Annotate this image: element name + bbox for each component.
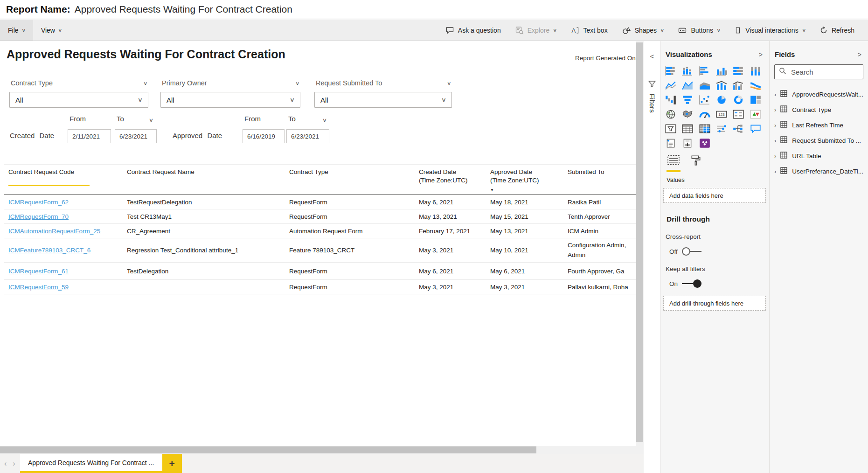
- expand-chevron-icon[interactable]: ›: [774, 122, 776, 129]
- kpi-icon[interactable]: [749, 109, 763, 119]
- slicer-dropdown[interactable]: All ∨: [160, 92, 300, 108]
- waterfall-chart-icon[interactable]: [664, 95, 678, 105]
- expand-chevron-icon[interactable]: ›: [774, 106, 776, 113]
- page-tab[interactable]: Approved Requests Waiting For Contract .…: [20, 454, 162, 473]
- filled-map-icon[interactable]: [681, 109, 694, 119]
- cross-report-toggle[interactable]: [682, 247, 701, 256]
- fields-bucket-tab[interactable]: [667, 154, 681, 172]
- qa-icon[interactable]: [749, 124, 763, 134]
- column-header[interactable]: Contract Request Name: [127, 165, 289, 195]
- column-header[interactable]: Contract Request Code: [8, 165, 127, 195]
- filter-funnel-icon[interactable]: [644, 80, 660, 88]
- slicer-icon[interactable]: [664, 124, 678, 134]
- created-from-input[interactable]: 2/11/2021: [68, 129, 111, 143]
- request-link[interactable]: ICMFeature789103_CRCT_6: [8, 247, 90, 254]
- stacked-area-chart-icon[interactable]: [698, 80, 712, 90]
- expand-chevron-icon[interactable]: ›: [774, 91, 776, 98]
- line-chart-icon[interactable]: [664, 80, 678, 90]
- scrollbar-thumb[interactable]: [636, 42, 643, 442]
- request-link[interactable]: ICMRequestForm_70: [8, 213, 69, 220]
- report-icon[interactable]: [681, 138, 694, 148]
- donut-chart-icon[interactable]: [731, 95, 745, 105]
- approved-to-label: To: [288, 115, 296, 123]
- ribbon-chart-icon[interactable]: [749, 80, 763, 90]
- expand-chevron-icon[interactable]: ›: [774, 168, 776, 175]
- next-page-arrow-icon[interactable]: ›: [13, 459, 15, 468]
- field-table-item[interactable]: ›UserPreferance_DateTi...: [770, 164, 868, 179]
- previous-page-arrow-icon[interactable]: ‹: [4, 459, 7, 468]
- decomposition-tree-icon[interactable]: [731, 124, 745, 134]
- expand-filters-chevron-icon[interactable]: <: [644, 52, 660, 60]
- chevron-down-icon[interactable]: ∨: [143, 81, 148, 86]
- contract-request-name-cell: Regression Test_Conditional attribute_1: [127, 247, 289, 254]
- view-menu[interactable]: View∨: [33, 20, 69, 41]
- slicer-dropdown[interactable]: All ∨: [9, 92, 148, 108]
- pie-chart-icon[interactable]: [715, 95, 729, 105]
- funnel-chart-icon[interactable]: [681, 95, 694, 105]
- chevron-down-icon[interactable]: ∨: [322, 117, 327, 123]
- gauge-icon[interactable]: [698, 109, 712, 119]
- clustered-column-chart-icon[interactable]: [715, 66, 729, 76]
- canvas-horizontal-scrollbar[interactable]: [0, 446, 644, 454]
- card-icon[interactable]: 123: [715, 109, 729, 119]
- map-icon[interactable]: [664, 109, 678, 119]
- column-header[interactable]: Approved Date(Time Zone:UTC)▼: [490, 165, 568, 195]
- chevron-down-icon[interactable]: ∨: [295, 81, 300, 86]
- refresh-button[interactable]: Refresh: [812, 26, 861, 35]
- scrollbar-thumb[interactable]: [0, 446, 536, 453]
- request-link[interactable]: ICMRequestForm_61: [8, 268, 69, 275]
- add-drill-through-fields-dropzone[interactable]: Add drill-through fields here: [663, 296, 766, 311]
- shapes-button[interactable]: Shapes∨: [615, 26, 671, 35]
- area-chart-icon[interactable]: [681, 80, 694, 90]
- custom-visual-icon[interactable]: [698, 138, 712, 148]
- stacked-column-chart-icon[interactable]: [681, 66, 694, 76]
- line-and-clustered-column-chart-icon[interactable]: [731, 80, 745, 90]
- expand-chevron-icon[interactable]: ›: [774, 137, 776, 144]
- collapse-pane-chevron-icon[interactable]: >: [858, 51, 861, 58]
- approved-from-input[interactable]: 6/16/2019: [243, 129, 285, 143]
- field-table-item[interactable]: ›ApprovedRequestsWait...: [770, 87, 868, 102]
- visual-interactions-button[interactable]: Visual interactions∨: [727, 26, 812, 35]
- canvas-vertical-scrollbar[interactable]: [636, 41, 644, 446]
- column-header[interactable]: Created Date(Time Zone:UTC): [419, 165, 490, 195]
- field-table-item[interactable]: ›Last Refresh Time: [770, 118, 868, 133]
- matrix-icon[interactable]: [698, 124, 712, 134]
- request-link[interactable]: ICMRequestForm_59: [8, 284, 69, 291]
- format-paint-roller-tab[interactable]: [690, 154, 702, 172]
- sort-descending-icon[interactable]: ▼: [490, 186, 563, 195]
- text-box-button[interactable]: AText box: [564, 26, 615, 35]
- treemap-icon[interactable]: [749, 95, 763, 105]
- field-table-item[interactable]: ›Request Submitted To ...: [770, 133, 868, 148]
- field-table-item[interactable]: ›URL Table: [770, 148, 868, 164]
- collapse-pane-chevron-icon[interactable]: >: [759, 51, 763, 58]
- file-menu[interactable]: File∨: [0, 20, 33, 41]
- explore-button[interactable]: Explore∨: [508, 26, 564, 35]
- add-data-fields-dropzone[interactable]: Add data fields here: [663, 188, 766, 203]
- request-link[interactable]: ICMAutomationRequestForm_25: [8, 228, 100, 235]
- column-header[interactable]: Contract Type: [289, 165, 419, 195]
- chevron-down-icon[interactable]: ∨: [447, 81, 451, 86]
- 100-stacked-column-chart-icon[interactable]: [749, 66, 763, 76]
- paginated-report-icon[interactable]: [664, 138, 678, 148]
- keep-filters-toggle[interactable]: [682, 279, 701, 288]
- column-header[interactable]: Submitted To: [568, 165, 636, 195]
- buttons-button[interactable]: Buttons∨: [671, 26, 727, 35]
- ask-a-question-button[interactable]: Ask a question: [438, 26, 508, 35]
- slicer-dropdown[interactable]: All ∨: [314, 92, 452, 108]
- approved-to-input[interactable]: 6/23/2021: [286, 129, 329, 143]
- clustered-bar-chart-icon[interactable]: [698, 66, 712, 76]
- add-page-button[interactable]: +: [162, 454, 182, 473]
- chevron-down-icon[interactable]: ∨: [149, 117, 153, 123]
- table-icon[interactable]: [681, 124, 694, 134]
- key-influencers-icon[interactable]: [715, 124, 729, 134]
- search-input[interactable]: [790, 68, 859, 77]
- field-table-item[interactable]: ›Contract Type: [770, 102, 868, 118]
- request-link[interactable]: ICMRequestForm_62: [8, 199, 69, 206]
- expand-chevron-icon[interactable]: ›: [774, 153, 776, 160]
- created-to-input[interactable]: 6/23/2021: [115, 129, 157, 143]
- scatter-chart-icon[interactable]: [698, 95, 712, 105]
- line-and-stacked-column-chart-icon[interactable]: [715, 80, 729, 90]
- multi-row-card-icon[interactable]: [731, 109, 745, 119]
- 100-stacked-bar-chart-icon[interactable]: [731, 66, 745, 76]
- stacked-bar-chart-icon[interactable]: [664, 66, 678, 76]
